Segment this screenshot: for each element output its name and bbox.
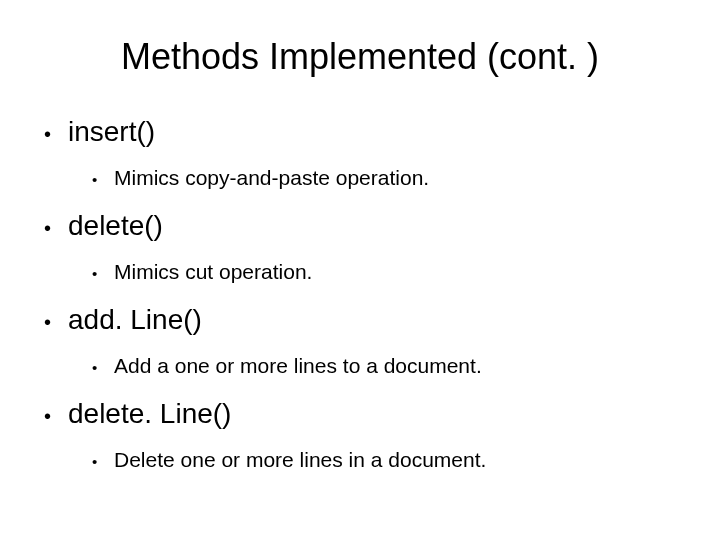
method-description: Delete one or more lines in a document. xyxy=(114,448,486,472)
method-description: Add a one or more lines to a document. xyxy=(114,354,482,378)
method-name: insert() xyxy=(68,116,155,148)
slide-title: Methods Implemented (cont. ) xyxy=(30,36,690,78)
method-name: delete() xyxy=(68,210,163,242)
bullet-icon: • xyxy=(92,265,114,282)
bullet-icon: • xyxy=(92,453,114,470)
list-subitem: • Delete one or more lines in a document… xyxy=(92,448,690,472)
bullet-icon: • xyxy=(42,123,68,146)
method-description: Mimics cut operation. xyxy=(114,260,312,284)
bullet-icon: • xyxy=(42,311,68,334)
bullet-icon: • xyxy=(42,217,68,240)
list-item: • add. Line() xyxy=(42,304,690,336)
list-subitem: • Mimics copy-and-paste operation. xyxy=(92,166,690,190)
bullet-icon: • xyxy=(42,405,68,428)
list-item: • insert() xyxy=(42,116,690,148)
slide-content: • insert() • Mimics copy-and-paste opera… xyxy=(30,116,690,472)
list-item: • delete. Line() xyxy=(42,398,690,430)
list-subitem: • Add a one or more lines to a document. xyxy=(92,354,690,378)
list-item: • delete() xyxy=(42,210,690,242)
bullet-icon: • xyxy=(92,171,114,188)
method-name: add. Line() xyxy=(68,304,202,336)
bullet-icon: • xyxy=(92,359,114,376)
list-subitem: • Mimics cut operation. xyxy=(92,260,690,284)
method-description: Mimics copy-and-paste operation. xyxy=(114,166,429,190)
method-name: delete. Line() xyxy=(68,398,231,430)
